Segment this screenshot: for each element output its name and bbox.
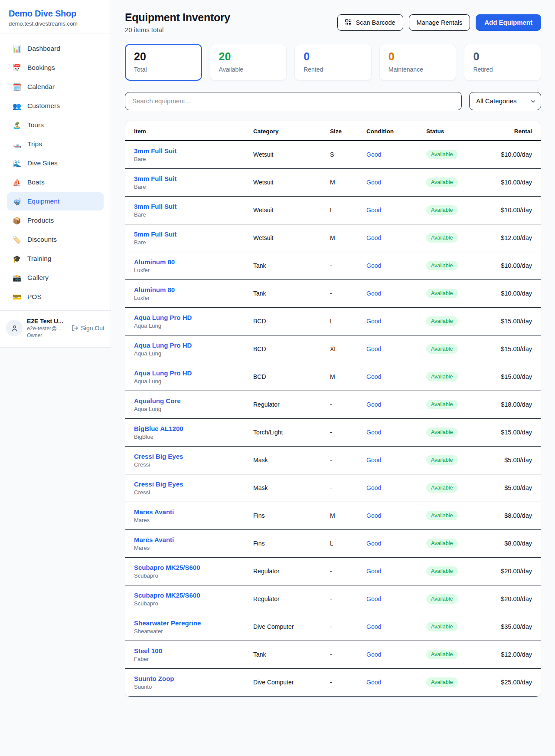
condition-link[interactable]: Good bbox=[366, 262, 426, 269]
rental-price: $20.00/day bbox=[480, 568, 532, 575]
item-link[interactable]: Mares Avanti bbox=[134, 536, 253, 543]
item-link[interactable]: Aluminum 80 bbox=[134, 286, 253, 293]
stat-label: Maintenance bbox=[388, 66, 447, 73]
item-cell: Aluminum 80 Luxfer bbox=[134, 258, 253, 273]
size-cell: S bbox=[330, 151, 366, 158]
category-select[interactable]: All Categories bbox=[469, 92, 541, 110]
item-link[interactable]: Mares Avanti bbox=[134, 508, 253, 516]
item-link[interactable]: Aqua Lung Pro HD bbox=[134, 369, 253, 377]
size-cell: XL bbox=[330, 345, 366, 352]
sidebar-item-dive-sites[interactable]: 🌊 Dive Sites bbox=[7, 154, 104, 172]
condition-link[interactable]: Good bbox=[366, 234, 426, 241]
item-link[interactable]: Suunto Zoop bbox=[134, 675, 253, 682]
sidebar-item-trips[interactable]: 🛥️ Trips bbox=[7, 135, 104, 153]
condition-link[interactable]: Good bbox=[366, 429, 426, 436]
item-brand: Bare bbox=[134, 211, 253, 218]
item-brand: Cressi bbox=[134, 461, 253, 468]
sidebar-item-bookings[interactable]: 📅 Bookings bbox=[7, 59, 104, 77]
sidebar-item-customers[interactable]: 👥 Customers bbox=[7, 97, 104, 115]
condition-link[interactable]: Good bbox=[366, 318, 426, 325]
training-icon: 🎓 bbox=[12, 255, 22, 263]
sign-out-button[interactable]: Sign Out bbox=[72, 325, 104, 332]
condition-link[interactable]: Good bbox=[366, 207, 426, 214]
search-input[interactable] bbox=[125, 92, 462, 110]
condition-link[interactable]: Good bbox=[366, 540, 426, 547]
boats-icon: ⛵ bbox=[12, 178, 22, 187]
item-link[interactable]: Shearwater Peregrine bbox=[134, 619, 253, 627]
condition-link[interactable]: Good bbox=[366, 179, 426, 186]
add-equipment-button[interactable]: Add Equipment bbox=[476, 14, 541, 31]
table-row: Aqua Lung Pro HD Aqua Lung BCD L Good Av… bbox=[125, 308, 541, 335]
sidebar-item-tours[interactable]: 🏝️ Tours bbox=[7, 116, 104, 134]
condition-link[interactable]: Good bbox=[366, 290, 426, 297]
sidebar-item-equipment[interactable]: 🤿 Equipment bbox=[7, 192, 104, 210]
table-row: 3mm Full Suit Bare Wetsuit L Good Availa… bbox=[125, 197, 541, 224]
sidebar-item-boats[interactable]: ⛵ Boats bbox=[7, 173, 104, 191]
item-brand: Bare bbox=[134, 239, 253, 246]
item-brand: BigBlue bbox=[134, 434, 253, 440]
sidebar-item-discounts[interactable]: 🏷️ Discounts bbox=[7, 230, 104, 249]
item-link[interactable]: Scubapro MK25/S600 bbox=[134, 592, 253, 599]
item-cell: Aqua Lung Pro HD Aqua Lung bbox=[134, 369, 253, 385]
item-cell: BigBlue AL1200 BigBlue bbox=[134, 425, 253, 440]
sidebar-item-products[interactable]: 📦 Products bbox=[7, 211, 104, 230]
item-cell: 5mm Full Suit Bare bbox=[134, 230, 253, 246]
user-info: E2E Test U... e2e-tester@... Owner bbox=[27, 318, 67, 339]
status-cell: Available bbox=[426, 177, 480, 187]
table-row: Aluminum 80 Luxfer Tank - Good Available… bbox=[125, 252, 541, 280]
condition-link[interactable]: Good bbox=[366, 457, 426, 463]
condition-link[interactable]: Good bbox=[366, 401, 426, 408]
category-cell: Fins bbox=[253, 512, 330, 519]
sidebar-item-label: POS bbox=[27, 293, 42, 301]
stat-card-retired[interactable]: 0 Retired bbox=[464, 44, 541, 81]
item-link[interactable]: 3mm Full Suit bbox=[134, 175, 253, 182]
item-link[interactable]: Aqua Lung Pro HD bbox=[134, 342, 253, 349]
item-link[interactable]: Cressi Big Eyes bbox=[134, 453, 253, 460]
table-row: Steel 100 Faber Tank - Good Available $1… bbox=[125, 641, 541, 669]
condition-link[interactable]: Good bbox=[366, 512, 426, 519]
stat-card-maintenance[interactable]: 0 Maintenance bbox=[379, 44, 457, 81]
item-link[interactable]: Steel 100 bbox=[134, 647, 253, 654]
condition-link[interactable]: Good bbox=[366, 679, 426, 686]
condition-link[interactable]: Good bbox=[366, 651, 426, 658]
manage-rentals-button[interactable]: Manage Rentals bbox=[409, 14, 470, 31]
item-link[interactable]: 3mm Full Suit bbox=[134, 203, 253, 210]
item-brand: Aqua Lung bbox=[134, 322, 253, 329]
condition-link[interactable]: Good bbox=[366, 345, 426, 352]
brand-link[interactable]: Demo Dive Shop demo.test.divestreams.com bbox=[0, 0, 111, 33]
sidebar-item-dashboard[interactable]: 📊 Dashboard bbox=[7, 39, 104, 58]
sidebar-item-training[interactable]: 🎓 Training bbox=[7, 250, 104, 268]
stat-card-rented[interactable]: 0 Rented bbox=[294, 44, 372, 81]
condition-link[interactable]: Good bbox=[366, 595, 426, 602]
item-link[interactable]: 3mm Full Suit bbox=[134, 147, 253, 154]
sidebar-item-label: Training bbox=[27, 255, 51, 263]
item-link[interactable]: Aqualung Core bbox=[134, 397, 253, 404]
item-link[interactable]: Cressi Big Eyes bbox=[134, 480, 253, 488]
item-link[interactable]: 5mm Full Suit bbox=[134, 230, 253, 238]
sidebar-item-calendar[interactable]: 🗓️ Calendar bbox=[7, 78, 104, 96]
scan-barcode-button[interactable]: Scan Barcode bbox=[337, 14, 403, 31]
sidebar-item-label: Trips bbox=[27, 140, 42, 148]
condition-link[interactable]: Good bbox=[366, 568, 426, 575]
sidebar-item-gallery[interactable]: 📸 Gallery bbox=[7, 269, 104, 287]
category-cell: Mask bbox=[253, 484, 330, 491]
item-link[interactable]: BigBlue AL1200 bbox=[134, 425, 253, 432]
condition-link[interactable]: Good bbox=[366, 623, 426, 630]
sidebar-item-pos[interactable]: 💳 POS bbox=[7, 288, 104, 306]
item-link[interactable]: Aqua Lung Pro HD bbox=[134, 314, 253, 321]
stat-card-available[interactable]: 20 Available bbox=[210, 44, 287, 81]
user-name: E2E Test U... bbox=[27, 318, 67, 325]
scan-barcode-label: Scan Barcode bbox=[356, 19, 395, 26]
condition-link[interactable]: Good bbox=[366, 373, 426, 380]
condition-link[interactable]: Good bbox=[366, 151, 426, 158]
item-link[interactable]: Aluminum 80 bbox=[134, 258, 253, 266]
category-cell: Mask bbox=[253, 457, 330, 463]
condition-link[interactable]: Good bbox=[366, 484, 426, 491]
column-header-size: Size bbox=[330, 128, 366, 135]
item-cell: Aqualung Core Aqua Lung bbox=[134, 397, 253, 412]
item-link[interactable]: Scubapro MK25/S600 bbox=[134, 564, 253, 571]
sidebar-item-label: Equipment bbox=[27, 197, 59, 205]
table-body: 3mm Full Suit Bare Wetsuit S Good Availa… bbox=[125, 141, 541, 697]
category-cell: Dive Computer bbox=[253, 623, 330, 630]
stat-card-total[interactable]: 20 Total bbox=[125, 44, 202, 81]
